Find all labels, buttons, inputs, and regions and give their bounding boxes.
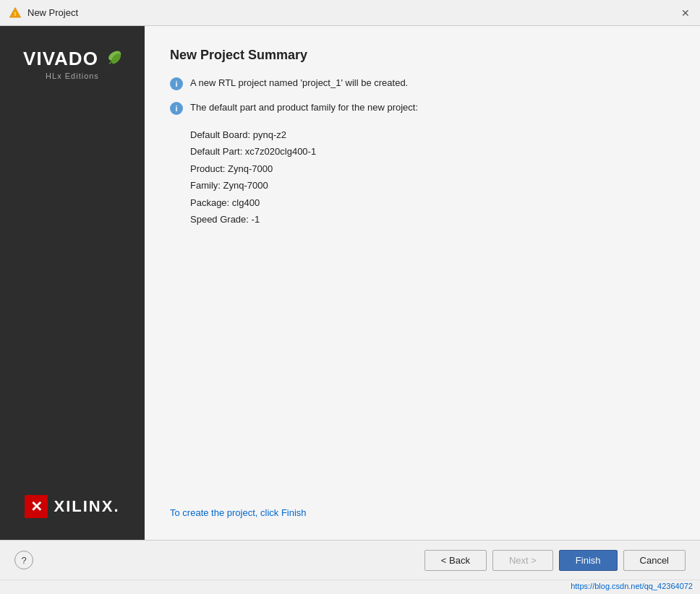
info-icon-2: i (170, 102, 183, 115)
detail-speed: Speed Grade: -1 (190, 211, 675, 228)
info-text-1: A new RTL project named 'project_1' will… (190, 77, 408, 88)
xilinx-logo: ✕ XILINX. (25, 495, 119, 518)
sidebar: VIVADO HLx Editions ✕ XILINX. (0, 26, 145, 540)
finish-hint: To create the project, click Finish (170, 493, 675, 518)
detail-package: Package: clg400 (190, 194, 675, 211)
back-button[interactable]: < Back (424, 550, 487, 571)
cancel-button[interactable]: Cancel (623, 550, 686, 571)
info-text-2: The default part and product family for … (190, 102, 418, 113)
sidebar-bottom: ✕ XILINX. (25, 495, 119, 518)
detail-board: Default Board: pynq-z2 (190, 126, 675, 143)
vivado-leaf-icon (101, 49, 121, 69)
close-button[interactable]: ✕ (680, 7, 691, 19)
next-button[interactable]: Next > (492, 550, 553, 571)
detail-family: Family: Zynq-7000 (190, 177, 675, 194)
svg-text:✕: ✕ (30, 499, 43, 515)
app-icon: ! (9, 7, 22, 20)
info-block-1: i A new RTL project named 'project_1' wi… (170, 77, 675, 90)
title-bar-left: ! New Project (9, 7, 78, 20)
xilinx-icon: ✕ (25, 495, 48, 518)
window-title: New Project (27, 7, 78, 18)
detail-product: Product: Zynq-7000 (190, 160, 675, 177)
info-block-2: i The default part and product family fo… (170, 102, 675, 115)
footer-right: < Back Next > Finish Cancel (424, 550, 686, 571)
vivado-edition: HLx Editions (46, 72, 99, 80)
vivado-logo: VIVADO HLx Editions (23, 48, 121, 80)
status-url: https://blog.csdn.net/qq_42364072 (571, 582, 693, 590)
info-icon-1: i (170, 77, 183, 90)
footer-left: ? (14, 551, 33, 569)
finish-button[interactable]: Finish (559, 550, 618, 571)
vivado-brand: VIVADO (23, 48, 121, 70)
footer: ? < Back Next > Finish Cancel (0, 540, 700, 580)
title-bar: ! New Project ✕ (0, 0, 700, 26)
xilinx-name: XILINX. (54, 497, 119, 516)
dialog-body: VIVADO HLx Editions ✕ XILINX. (0, 26, 700, 540)
detail-part: Default Part: xc7z020clg400-1 (190, 143, 675, 160)
status-bar: https://blog.csdn.net/qq_42364072 (0, 580, 700, 594)
main-content: New Project Summary i A new RTL project … (145, 26, 700, 540)
project-details: Default Board: pynq-z2 Default Part: xc7… (190, 126, 675, 228)
svg-text:!: ! (14, 10, 17, 17)
help-button[interactable]: ? (14, 551, 33, 569)
page-title: New Project Summary (170, 48, 675, 63)
